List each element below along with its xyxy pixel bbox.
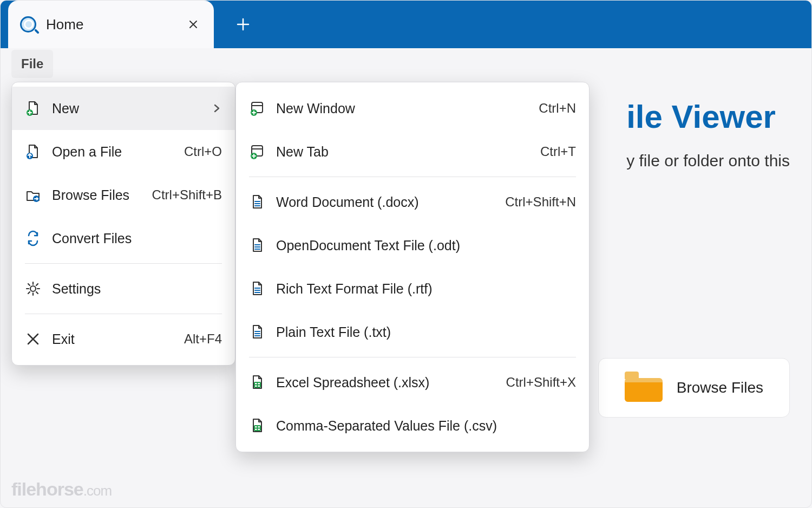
app-window: Home File ile Viewer y file or folder on… (0, 0, 812, 508)
file-menu-item-new[interactable]: New (12, 87, 235, 130)
new-submenu: New WindowCtrl+NNew TabCtrl+TWord Docume… (235, 82, 590, 452)
menu-item-shortcut: Ctrl+O (184, 144, 222, 159)
menu-item-shortcut: Alt+F4 (184, 331, 222, 347)
menu-item-icon (249, 144, 265, 160)
menu-item-icon (249, 374, 265, 390)
app-search-icon (20, 16, 36, 32)
chevron-right-icon (211, 103, 222, 114)
new-submenu-item-opendocument-text-file-odt[interactable]: OpenDocument Text File (.odt) (236, 224, 589, 267)
doc-blue-icon (249, 237, 265, 253)
tab-home[interactable]: Home (8, 1, 214, 48)
menu-item-icon (25, 331, 41, 347)
menu-item-icon (249, 100, 265, 116)
file-menu-item-exit[interactable]: ExitAlt+F4 (12, 317, 235, 361)
file-dropdown-menu: NewOpen a FileCtrl+OBrowse FilesCtrl+Shi… (11, 82, 235, 366)
folder-icon (625, 374, 663, 402)
tab-title: Home (46, 16, 175, 33)
menu-item-label: Settings (52, 281, 222, 297)
browse-files-label: Browse Files (677, 379, 763, 396)
browse-folder-icon (25, 187, 41, 203)
menu-item-icon (25, 100, 41, 116)
doc-blue-icon (249, 194, 265, 210)
menu-item-label: Excel Spreadsheet (.xlsx) (276, 375, 495, 390)
gear-icon (25, 281, 41, 297)
new-file-plus-icon (25, 100, 41, 116)
doc-blue-icon (249, 324, 265, 340)
menu-item-label: New Window (276, 101, 528, 116)
watermark-brand: filehorse (11, 479, 83, 499)
plus-icon (235, 17, 251, 32)
file-menu-item-settings[interactable]: Settings (12, 267, 235, 310)
convert-icon (25, 230, 41, 246)
menu-item-label: Word Document (.docx) (276, 194, 494, 210)
browse-files-card[interactable]: Browse Files (598, 358, 790, 418)
menu-item-shortcut: Ctrl+N (539, 101, 576, 116)
menu-item-icon (249, 194, 265, 210)
file-menu-item-browse-files[interactable]: Browse FilesCtrl+Shift+B (12, 173, 235, 217)
menu-item-icon (249, 281, 265, 297)
new-submenu-item-plain-text-file-txt[interactable]: Plain Text File (.txt) (236, 310, 589, 354)
menu-item-icon (249, 324, 265, 340)
menu-item-icon (249, 418, 265, 434)
file-menu-item-open-a-file[interactable]: Open a FileCtrl+O (12, 130, 235, 173)
menu-item-label: Browse Files (52, 187, 141, 203)
new-submenu-separator (249, 177, 576, 177)
new-submenu-item-new-window[interactable]: New WindowCtrl+N (236, 87, 589, 130)
menu-item-icon (249, 237, 265, 253)
watermark: filehorse.com (11, 479, 112, 500)
svg-point-3 (30, 286, 36, 291)
new-submenu-item-word-document-docx[interactable]: Word Document (.docx)Ctrl+Shift+N (236, 180, 589, 224)
window-plus-icon (249, 100, 265, 116)
sheet-green-icon (249, 418, 265, 434)
menu-item-label: Plain Text File (.txt) (276, 324, 576, 340)
doc-blue-icon (249, 281, 265, 297)
tab-close-button[interactable] (185, 16, 202, 33)
new-submenu-item-new-tab[interactable]: New TabCtrl+T (236, 130, 589, 173)
file-menu-item-convert-files[interactable]: Convert Files (12, 217, 235, 260)
window-plus-icon (249, 144, 265, 160)
menu-item-label: Open a File (52, 144, 173, 160)
menu-item-icon (25, 144, 41, 160)
menu-item-label: Convert Files (52, 231, 222, 246)
menu-item-label: Rich Text Format File (.rtf) (276, 281, 576, 297)
menu-item-label: OpenDocument Text File (.odt) (276, 238, 576, 253)
file-menu-separator (25, 314, 222, 314)
menu-item-icon (25, 281, 41, 297)
watermark-tld: .com (83, 483, 112, 499)
new-tab-button[interactable] (230, 11, 256, 37)
menu-item-label: New Tab (276, 144, 529, 160)
menu-item-shortcut: Ctrl+T (540, 144, 576, 159)
title-bar: Home (1, 1, 811, 48)
menu-item-label: Exit (52, 331, 173, 347)
app-title: ile Viewer (626, 98, 790, 135)
menu-item-icon (25, 187, 41, 203)
file-menu-separator (25, 263, 222, 264)
menu-file[interactable]: File (11, 50, 53, 78)
open-file-icon (25, 144, 41, 160)
welcome-area: ile Viewer y file or folder onto this (626, 98, 811, 170)
sheet-green-icon (249, 374, 265, 390)
new-submenu-item-excel-spreadsheet-xlsx[interactable]: Excel Spreadsheet (.xlsx)Ctrl+Shift+X (236, 361, 589, 404)
drop-hint: y file or folder onto this (626, 152, 790, 170)
close-icon (25, 331, 41, 347)
close-icon (188, 19, 198, 29)
new-submenu-item-comma-separated-values-file-csv[interactable]: Comma-Separated Values File (.csv) (236, 404, 589, 447)
menu-item-icon (25, 230, 41, 246)
menu-item-shortcut: Ctrl+Shift+X (506, 375, 576, 390)
menu-item-shortcut: Ctrl+Shift+B (152, 187, 222, 203)
menu-item-label: New (52, 101, 200, 116)
menu-item-label: Comma-Separated Values File (.csv) (276, 418, 576, 434)
menu-item-shortcut: Ctrl+Shift+N (505, 194, 576, 210)
new-submenu-item-rich-text-format-file-rtf[interactable]: Rich Text Format File (.rtf) (236, 267, 589, 310)
new-submenu-separator (249, 357, 576, 357)
menu-bar: File (1, 48, 811, 80)
